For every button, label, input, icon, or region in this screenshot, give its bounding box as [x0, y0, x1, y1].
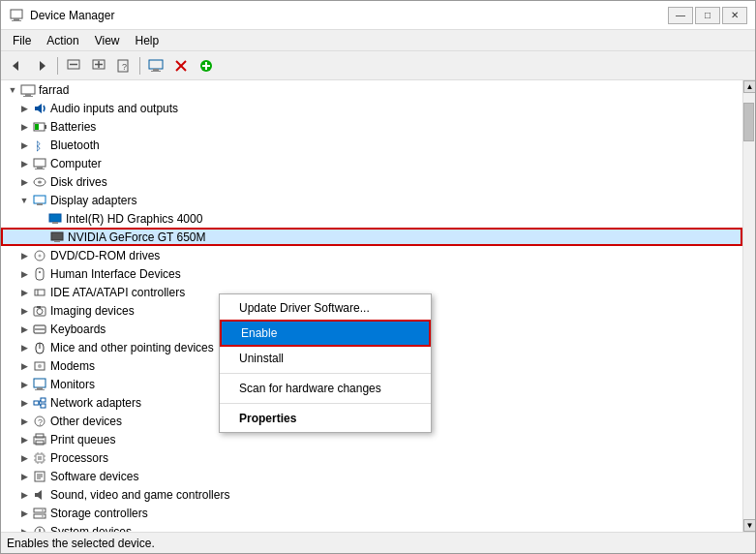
svg-point-31 [38, 180, 42, 183]
hid-expand[interactable]: ▶ [16, 266, 32, 282]
scrollbar[interactable]: ▲ ▼ [742, 80, 755, 532]
other-icon: ? [32, 414, 47, 429]
svg-text:?: ? [38, 417, 43, 427]
svg-rect-60 [34, 401, 39, 405]
displayadapters-expand[interactable]: ▼ [16, 193, 32, 208]
ctx-uninstall[interactable]: Uninstall [220, 347, 431, 370]
svg-rect-46 [37, 306, 41, 308]
ctx-update[interactable]: Update Driver Software... [220, 296, 431, 320]
maximize-button[interactable]: □ [695, 7, 720, 24]
menu-action[interactable]: Action [39, 32, 86, 49]
audio-label: Audio inputs and outputs [50, 102, 178, 115]
tree-computer[interactable]: ▶ Computer [1, 154, 742, 172]
toolbar-delete[interactable] [169, 55, 193, 77]
close-button[interactable]: ✕ [722, 7, 747, 24]
tree-dvd[interactable]: ▶ DVD/CD-ROM drives [1, 246, 742, 264]
diskdrives-expand[interactable]: ▶ [16, 174, 32, 190]
device-tree[interactable]: ▼ farrad ▶ Audio inputs and outputs [1, 80, 742, 532]
system-expand[interactable]: ▶ [16, 524, 32, 533]
tree-audio[interactable]: ▶ Audio inputs and outputs [1, 99, 742, 117]
processors-icon [32, 450, 47, 466]
imaging-expand[interactable]: ▶ [16, 303, 32, 319]
menu-view[interactable]: View [87, 32, 128, 49]
ide-expand[interactable]: ▶ [16, 285, 32, 300]
network-expand[interactable]: ▶ [16, 395, 32, 411]
modems-label: Modems [50, 359, 95, 373]
toolbar-monitor[interactable] [144, 55, 167, 77]
toolbar-add[interactable] [195, 55, 218, 77]
monitors-expand[interactable]: ▶ [16, 377, 32, 392]
computer-expand[interactable]: ▶ [16, 156, 32, 171]
ctx-scan[interactable]: Scan for hardware changes [220, 377, 431, 400]
print-expand[interactable]: ▶ [16, 432, 32, 447]
svg-rect-34 [49, 214, 61, 222]
tree-processors[interactable]: ▶ Processors [1, 448, 742, 467]
bluetooth-icon: ᛒ [32, 138, 47, 153]
tree-nvidia[interactable]: NVIDIA GeForce GT 650M [1, 228, 742, 246]
keyboards-expand[interactable]: ▶ [16, 322, 32, 337]
modems-expand[interactable]: ▶ [16, 358, 32, 374]
software-expand[interactable]: ▶ [16, 469, 32, 484]
processors-expand[interactable]: ▶ [16, 450, 32, 466]
context-menu: Update Driver Software... Enable Uninsta… [219, 293, 432, 433]
system-label: System devices [50, 525, 132, 533]
svg-rect-21 [25, 94, 31, 96]
computer-icon [32, 156, 47, 171]
svg-rect-37 [54, 240, 60, 242]
svg-rect-33 [37, 203, 43, 205]
monitors-icon [32, 377, 47, 392]
svg-rect-62 [41, 404, 45, 408]
svg-rect-40 [36, 268, 44, 280]
tree-root[interactable]: ▼ farrad [1, 80, 742, 99]
tree-storage[interactable]: ▶ Storage controllers [1, 504, 742, 522]
menu-file[interactable]: File [5, 32, 39, 49]
audio-expand[interactable]: ▶ [16, 101, 32, 116]
svg-rect-24 [45, 125, 46, 129]
svg-point-45 [37, 308, 43, 314]
toolbar-collapse[interactable] [62, 55, 85, 77]
sound-expand[interactable]: ▶ [16, 487, 32, 503]
network-icon [32, 395, 47, 411]
toolbar-help[interactable]: ? [112, 55, 136, 77]
toolbar-forward[interactable] [30, 55, 53, 77]
menu-help[interactable]: Help [128, 32, 167, 49]
svg-rect-0 [11, 10, 22, 18]
sound-icon [32, 487, 47, 503]
scroll-up-button[interactable]: ▲ [743, 80, 755, 93]
mice-expand[interactable]: ▶ [16, 340, 32, 355]
ctx-properties[interactable]: Properties [220, 407, 431, 430]
root-expand[interactable]: ▼ [5, 82, 20, 98]
toolbar-expand[interactable] [87, 55, 110, 77]
storage-expand[interactable]: ▶ [16, 506, 32, 521]
main-area: ▼ farrad ▶ Audio inputs and outputs [1, 80, 755, 532]
processors-label: Processors [50, 451, 108, 465]
ctx-enable[interactable]: Enable [220, 320, 431, 347]
bluetooth-expand[interactable]: ▶ [16, 138, 32, 153]
tree-batteries[interactable]: ▶ Batteries [1, 117, 742, 136]
svg-point-39 [39, 254, 42, 257]
dvd-expand[interactable]: ▶ [16, 248, 32, 263]
other-expand[interactable]: ▶ [16, 414, 32, 429]
tree-sound[interactable]: ▶ Sound, video and game controllers [1, 485, 742, 504]
scroll-down-button[interactable]: ▼ [743, 519, 755, 532]
ide-label: IDE ATA/ATAPI controllers [50, 286, 185, 299]
tree-diskdrives[interactable]: ▶ Disk drives [1, 172, 742, 191]
print-icon [32, 432, 47, 447]
svg-rect-13 [153, 69, 159, 71]
toolbar: ? [1, 51, 755, 80]
minimize-button[interactable]: — [668, 7, 693, 24]
hid-label: Human Interface Devices [50, 267, 181, 281]
toolbar-back[interactable] [5, 55, 28, 77]
scroll-thumb[interactable] [743, 103, 754, 141]
tree-system[interactable]: ▶ System devices [1, 522, 742, 532]
tree-hid[interactable]: ▶ Human Interface Devices [1, 264, 742, 283]
tree-displayadapters[interactable]: ▼ Display adapters [1, 191, 742, 209]
print-label: Print queues [50, 433, 115, 446]
bluetooth-label: Bluetooth [50, 138, 100, 152]
ctx-sep2 [220, 403, 431, 404]
tree-bluetooth[interactable]: ▶ ᛒ Bluetooth [1, 136, 742, 154]
tree-software[interactable]: ▶ Software devices [1, 467, 742, 485]
tree-intel[interactable]: Intel(R) HD Graphics 4000 [1, 209, 742, 228]
batteries-expand[interactable]: ▶ [16, 119, 32, 135]
window-controls: — □ ✕ [668, 7, 747, 24]
